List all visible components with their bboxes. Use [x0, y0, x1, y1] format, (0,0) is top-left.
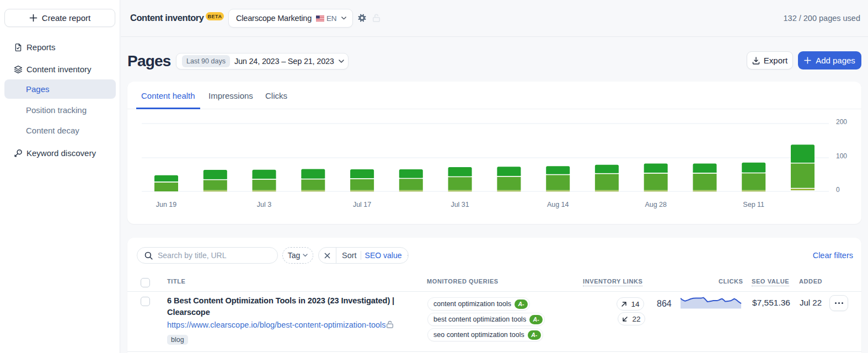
svg-text:0: 0	[836, 186, 840, 194]
svg-text:Aug 14: Aug 14	[547, 201, 569, 208]
svg-text:Jul 17: Jul 17	[353, 201, 371, 208]
svg-text:Jul 3: Jul 3	[257, 201, 271, 208]
svg-text:Jun 19: Jun 19	[156, 201, 177, 208]
svg-text:Sep 11: Sep 11	[743, 201, 764, 208]
svg-text:100: 100	[836, 152, 847, 160]
svg-text:Jul 31: Jul 31	[451, 201, 469, 208]
svg-text:200: 200	[836, 118, 847, 126]
svg-text:Aug 28: Aug 28	[645, 201, 667, 208]
